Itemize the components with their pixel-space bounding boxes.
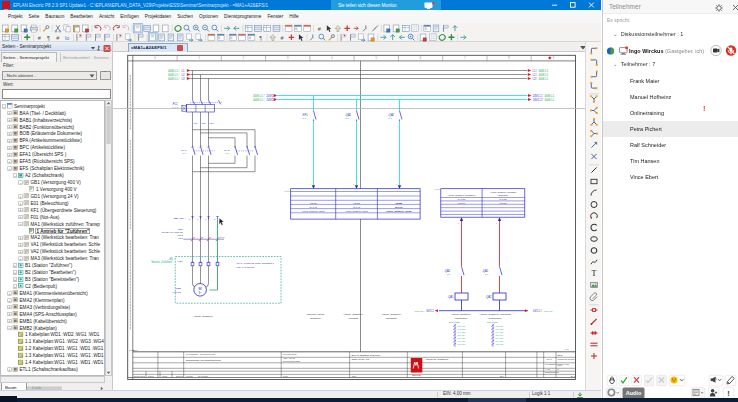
svg-text:GNYE: GNYE [219,236,225,238]
svg-text:400V-L1: 400V-L1 [539,73,549,77]
svg-text:EPLAN: EPLAN [412,374,420,377]
svg-text:Hub: 8 x0,82 180°: Hub: 8 x0,82 180° [236,266,255,269]
svg-text:rückwärts: rückwärts [386,317,397,320]
svg-text:ÖLFLEX CLASSIC 110: ÖLFLEX CLASSIC 110 [162,231,184,233]
svg-text:#: # [56,35,60,41]
svg-text:Station „Zuführen“: Station „Zuführen“ [151,260,173,264]
svg-text:QA1.IN: QA1.IN [310,206,318,208]
svg-text:1: 1 [396,183,397,185]
svg-text:Seminarunterlage: Seminarunterlage [283,360,301,362]
svg-text:einschalten: einschalten [455,317,468,320]
svg-text:Projektleitung:: Projektleitung: [283,353,297,355]
svg-text:1.4 / 2.3: 1.4 / 2.3 [496,331,504,333]
svg-text:+KF1: +KF1 [284,190,290,193]
svg-text:1.6 / 2.5: 1.6 / 2.5 [458,337,466,339]
svg-text:1.5 / 2.4: 1.5 / 2.4 [458,334,466,336]
svg-text::1: :1 [205,218,207,220]
svg-text:ESS: ESS [352,375,357,377]
svg-text:-QA2: -QA2 [485,295,492,299]
svg-text:¶: ¶ [47,35,50,41]
svg-text:=MA1: =MA1 [545,358,552,361]
svg-text:Antrieb für „Zuführen“: Antrieb für „Zuführen“ [425,358,449,361]
svg-text:24V/1.1 /: 24V/1.1 / [533,94,544,98]
svg-text:1.7 / 2.6: 1.7 / 2.6 [496,340,504,342]
svg-text:1.2 / 2.1: 1.2 / 2.1 [496,325,504,327]
svg-text:EFS: EFS [558,354,563,357]
svg-text:0V/1.1: 0V/1.1 [426,309,434,313]
svg-text:1: 1 [353,183,354,185]
svg-text:-XD1: -XD1 [177,260,183,263]
svg-text:400V-L1: 400V-L1 [545,94,555,98]
svg-text:400V-L1: 400V-L1 [539,69,549,73]
svg-text:Antrieb „Zuführen“: Antrieb „Zuführen“ [451,313,471,316]
svg-text:#: # [38,35,42,41]
svg-text:I> I> I>: I> I> I> [172,106,180,108]
svg-text:%DM2: %DM2 [310,202,317,204]
svg-text:400V-L1: 400V-L1 [539,77,549,81]
svg-text:%QX2.2: %QX2.2 [499,202,507,204]
svg-text:Schaltanlage: Grundlagensemina: Schaltanlage: Grundlagenseminar [186,359,221,361]
svg-text:Bearbeitung: Bearbeitung [134,375,145,377]
svg-text:Schaltschrank: Schaltschrank [545,371,560,373]
svg-text:24V/1.1: 24V/1.1 [267,94,276,98]
svg-text:Geprüft: Geprüft [186,375,193,377]
svg-text:+B1+A2+C1: +B1+A2+C1 [283,357,296,359]
svg-text:QA1.ON: QA1.ON [458,198,466,200]
svg-text:#: # [281,35,285,41]
svg-text:1.7 / 2.6: 1.7 / 2.6 [458,340,466,342]
svg-text:24V/1.2 /: 24V/1.2 / [533,98,544,102]
svg-text:Name: Name [162,375,168,377]
svg-text:24V/1.2: 24V/1.2 [267,98,276,102]
svg-text:1.3 / 2.2: 1.3 / 2.2 [458,328,466,330]
svg-text:-QA1: -QA1 [447,295,454,299]
svg-text:L1 /: L1 / [533,69,538,73]
svg-text:Norm: Norm [283,375,288,377]
svg-text:3: 3 [210,236,211,238]
svg-text:13.05.2020: 13.05.2020 [198,375,209,377]
svg-text:1.6 / 2.5: 1.6 / 2.5 [496,337,504,339]
svg-text:winkl: winkl [565,348,570,350]
svg-text:13/14 21/22: 13/14 21/22 [449,321,460,323]
svg-text:+A2: +A2 [545,368,550,371]
svg-text:„Zuführen“: „Zuführen“ [310,317,322,320]
svg-text:Schaltplan Elektrot.: Schaltplan Elektrot. [558,358,576,360]
svg-text:Datum: Datum [148,375,154,377]
svg-text:+KF1: +KF1 [434,188,440,191]
svg-text:1: 1 [458,222,459,224]
svg-text:Projektname: Seminarprojekt: Projektname: Seminarprojekt [186,353,215,355]
svg-text:QA1.IN: QA1.IN [353,206,361,208]
svg-text:-WD1: -WD1 [177,228,184,230]
svg-text:3~: 3~ [198,291,202,295]
svg-text:1: 1 [194,236,195,238]
svg-text::1: :1 [214,218,216,220]
svg-text:400V-L1: 400V-L1 [545,98,555,102]
svg-text:400V-L1 /: 400V-L1 / [168,77,179,81]
svg-text:Störung Antrieb: Störung Antrieb [307,313,325,316]
svg-text:1.2 / 2.1: 1.2 / 2.1 [458,325,466,327]
svg-text:2: 2 [202,236,203,238]
svg-text:1: 1 [496,222,497,224]
svg-text:400V-L1 /: 400V-L1 / [253,94,264,98]
svg-text:QA2.ON: QA2.ON [499,198,507,200]
svg-text:L3 /: L3 / [533,77,538,81]
svg-text:400V-L1 /: 400V-L1 / [414,310,425,313]
svg-text:Antrieb „Zuführen“: Antrieb „Zuführen“ [343,313,363,316]
svg-text::1: :1 [189,218,191,220]
svg-text:+B1: +B1 [168,257,173,261]
svg-text:#: # [318,26,322,32]
svg-text:400V-L1: 400V-L1 [544,310,554,313]
svg-text:einschalten: einschalten [498,194,509,196]
svg-text:QA2.IN: QA2.IN [395,206,403,208]
svg-text:¶: ¶ [259,35,262,41]
svg-text:L2 /: L2 / [533,73,538,77]
svg-text:Antrieb „Zuführen“ rückwärts: Antrieb „Zuführen“ rückwärts [479,313,511,316]
svg-text:400V-L1 /: 400V-L1 / [168,73,179,77]
svg-text:%DM2: %DM2 [395,202,402,204]
svg-text:13/14 21/22: 13/14 21/22 [487,321,498,323]
svg-text:400V-L1 /: 400V-L1 / [253,98,264,102]
svg-text:Ersteller: Ersteller [176,375,184,377]
svg-text:%DM2: %DM2 [353,202,360,204]
svg-text:T: T [592,269,597,278]
svg-text:+SB1-XD0 +: +SB1-XD0 + [173,217,187,220]
svg-text:Seite: Seite [558,364,564,366]
